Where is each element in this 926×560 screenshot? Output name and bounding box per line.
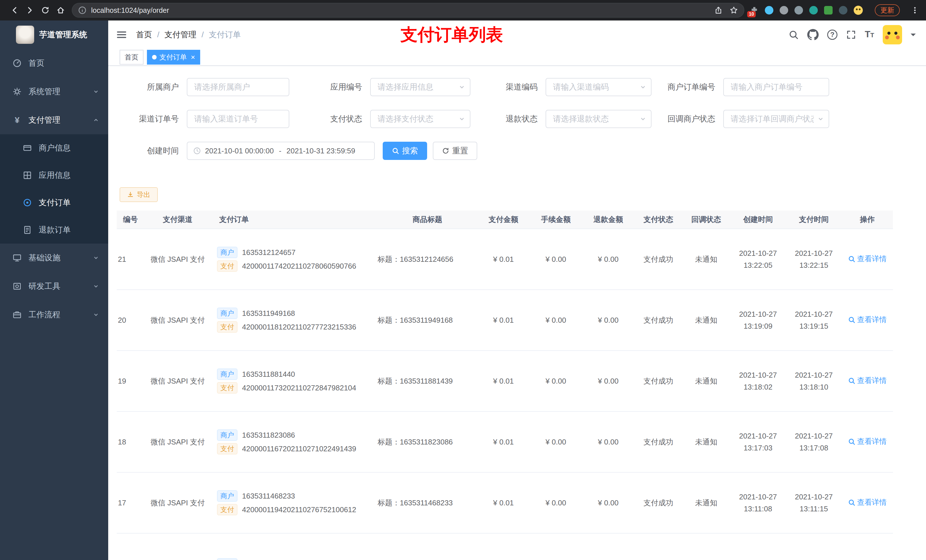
user-avatar[interactable] (883, 25, 902, 44)
font-size-icon[interactable]: TT (865, 30, 874, 40)
browser-menu-button[interactable] (911, 6, 919, 15)
actions-cell: 查看详情 (842, 350, 893, 412)
view-detail-link[interactable]: 查看详情 (848, 254, 887, 264)
col-id: 编号 (117, 211, 144, 229)
pay-status-select[interactable] (370, 110, 471, 128)
pay-time-cell: 2021-10-2713:19:15 (786, 290, 842, 350)
channel-order-no-input[interactable] (187, 110, 289, 128)
notify-status-cell: 未通知 (682, 350, 730, 412)
fee-amount-cell: ¥ 0.00 (530, 472, 582, 533)
extensions-area: 10 更新 (750, 4, 919, 16)
circle-dot-icon (23, 198, 32, 207)
pay-channel-cell: 微信 JSAPI 支付 (144, 350, 211, 412)
url-bar[interactable]: localhost:1024/pay/order (72, 3, 744, 18)
green-square-extension-icon[interactable] (824, 6, 832, 15)
update-button[interactable]: 更新 (875, 4, 900, 16)
green-check-extension-icon[interactable] (809, 6, 818, 15)
order-id-cell: 20 (117, 290, 144, 350)
view-detail-link[interactable]: 查看详情 (848, 436, 887, 447)
home-button[interactable] (53, 3, 68, 18)
drop-extension-icon[interactable] (765, 6, 773, 15)
sidebar-item-pay-order[interactable]: 支付订单 (0, 189, 108, 216)
reload-button[interactable] (38, 3, 53, 18)
puzzle-extension-icon[interactable]: 10 (750, 6, 758, 15)
view-detail-link[interactable]: 查看详情 (848, 497, 887, 507)
active-tag-dot (152, 55, 157, 59)
breadcrumb-pay-manage[interactable]: 支付管理 (165, 29, 197, 40)
create-time-cell: 2021-10-2713:18:02 (730, 350, 786, 412)
end-date-value[interactable]: 2021-10-31 23:59:59 (286, 146, 355, 155)
merchant-badge: 商户 (217, 368, 238, 380)
tag-pay-order[interactable]: 支付订单 × (147, 50, 200, 65)
fullscreen-icon[interactable] (846, 30, 856, 40)
sidebar-item-payment[interactable]: ¥ 支付管理 (0, 106, 108, 134)
dark-extension-icon[interactable] (839, 6, 847, 15)
pay-time-cell: 2021-10-2713:22:15 (786, 229, 842, 290)
search-icon (848, 316, 855, 323)
toolbox-icon (12, 282, 22, 291)
refund-amount-cell: ¥ 0.00 (582, 472, 634, 533)
back-button[interactable] (7, 3, 22, 18)
sidebar-item-devtools[interactable]: 研发工具 (0, 272, 108, 300)
callback-status-select[interactable] (723, 110, 829, 128)
col-pay-time: 支付时间 (786, 211, 842, 229)
share-icon[interactable] (714, 6, 723, 15)
create-time-range-picker[interactable]: 2021-10-01 00:00:00 - 2021-10-31 23:59:5… (187, 142, 375, 160)
pay-amount-cell: ¥ 0.01 (477, 229, 530, 290)
app-no-select[interactable] (370, 78, 471, 96)
view-detail-link[interactable]: 查看详情 (848, 376, 887, 386)
search-icon (848, 377, 855, 385)
sidebar-item-merchant-info[interactable]: 商户信息 (0, 134, 108, 162)
breadcrumb-home[interactable]: 首页 (136, 29, 152, 40)
sidebar-menu: 首页 系统管理 ¥ 支付管理 (0, 49, 108, 329)
product-title-cell: 标题：1635311949168 (378, 290, 477, 350)
view-detail-link[interactable]: 查看详情 (848, 315, 887, 325)
app-logo-row: 芋道管理系统 (0, 21, 108, 49)
merchant-badge: 商户 (217, 558, 238, 560)
search-button[interactable]: 搜索 (383, 142, 427, 160)
merchant-input[interactable] (187, 78, 289, 96)
help-icon[interactable]: ? (827, 30, 837, 40)
site-info-icon[interactable] (78, 6, 86, 15)
profile-avatar-icon[interactable] (854, 6, 863, 15)
sidebar-item-refund-order[interactable]: 退款订单 (0, 216, 108, 244)
forward-button[interactable] (22, 3, 38, 18)
sidebar-item-app-info[interactable]: 应用信息 (0, 162, 108, 189)
pay-channel-cell: 微信 JSAPI 支付 (144, 472, 211, 533)
export-button[interactable]: 导出 (120, 187, 158, 202)
monitor-icon (12, 253, 22, 263)
gray-extension-icon[interactable] (780, 6, 788, 15)
sidebar-item-system[interactable]: 系统管理 (0, 77, 108, 106)
sidebar-item-workflow[interactable]: 工作流程 (0, 300, 108, 329)
tag-close-icon[interactable]: × (191, 53, 195, 61)
github-icon[interactable] (807, 29, 819, 41)
merchant-order-no-input[interactable] (723, 78, 829, 96)
pay-status-cell: 支付成功 (634, 290, 682, 350)
app-no-label: 应用编号 (289, 78, 370, 96)
reset-button[interactable]: 重置 (433, 142, 477, 160)
start-date-value[interactable]: 2021-10-01 00:00:00 (205, 146, 274, 155)
tag-home[interactable]: 首页 (120, 50, 144, 65)
sidebar-item-infra[interactable]: 基础设施 (0, 244, 108, 272)
filter-row-1: 所属商户 应用编号 渠道编码 商户订单编号 (120, 78, 926, 96)
col-refund: 退款金额 (582, 211, 634, 229)
screen: localhost:1024/pay/order 10 更新 (0, 0, 926, 560)
bookmark-star-icon[interactable] (729, 6, 738, 15)
col-channel: 支付渠道 (144, 211, 211, 229)
sidebar-collapse-button[interactable] (116, 29, 127, 40)
gray-extension-icon-2[interactable] (794, 6, 803, 15)
merchant-order-no-label: 商户订单编号 (652, 78, 723, 96)
refund-status-select[interactable] (546, 110, 652, 128)
home-icon (56, 6, 65, 15)
col-amount: 支付金额 (477, 211, 530, 229)
grid-icon (23, 171, 32, 180)
sidebar-item-home[interactable]: 首页 (0, 49, 108, 77)
refund-amount-cell: ¥ 0.00 (582, 229, 634, 290)
url-text: localhost:1024/pay/order (91, 6, 710, 15)
actions-cell: 查看详情 (842, 229, 893, 290)
search-icon[interactable] (788, 30, 799, 40)
channel-code-select[interactable] (546, 78, 652, 96)
avatar-caret-icon[interactable] (911, 33, 916, 39)
hamburger-icon (116, 29, 127, 40)
merchant-input-field[interactable] (188, 78, 289, 96)
